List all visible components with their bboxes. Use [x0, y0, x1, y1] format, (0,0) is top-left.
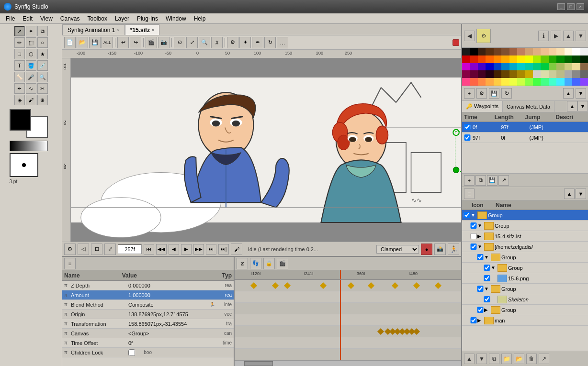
color-cell[interactable]: [501, 63, 509, 71]
pen-tool[interactable]: ✒: [14, 83, 25, 94]
canvas-settings-btn[interactable]: ⚙: [64, 244, 76, 255]
menu-window[interactable]: Window: [162, 14, 190, 23]
layer-expand[interactable]: ▼: [477, 223, 484, 228]
color-cell[interactable]: [580, 48, 588, 55]
menu-view[interactable]: View: [36, 14, 57, 23]
color-cell[interactable]: [580, 78, 588, 86]
redo-btn[interactable]: ↪: [130, 37, 141, 48]
zoom-tool[interactable]: 🔍: [37, 72, 48, 82]
color-cell[interactable]: [509, 55, 517, 63]
layer-expand[interactable]: ▼: [471, 212, 477, 218]
bone-tool[interactable]: 🦴: [14, 72, 25, 82]
keyframe[interactable]: [368, 282, 374, 289]
color-cell[interactable]: [517, 78, 525, 86]
color-cell[interactable]: [572, 78, 580, 86]
color-cell[interactable]: [494, 78, 501, 86]
wp-check-0f[interactable]: [464, 124, 471, 130]
fill-tool[interactable]: 🪣: [26, 60, 36, 71]
color-cell[interactable]: [556, 70, 564, 78]
anim-settings-btn[interactable]: 📸: [434, 244, 446, 255]
tl-btn4[interactable]: 🎬: [277, 258, 288, 269]
color-cell[interactable]: [478, 48, 486, 55]
color-cell[interactable]: [556, 78, 564, 86]
eyedropper-tool[interactable]: 💉: [37, 60, 48, 71]
timeline-scrollbar[interactable]: [235, 360, 461, 366]
layer-check[interactable]: [463, 212, 471, 218]
next-keyframe-btn[interactable]: ⏭: [206, 244, 216, 255]
interpolation-select[interactable]: Clamped TCB Ease In/Out Constant Linear: [376, 245, 419, 254]
go-start-btn[interactable]: ⏮: [144, 244, 154, 255]
more-btn[interactable]: …: [277, 37, 288, 48]
color-cell[interactable]: [572, 70, 580, 78]
palette-tools-btn[interactable]: ⚙: [476, 88, 487, 99]
keyframe[interactable]: [392, 282, 398, 289]
color-cell[interactable]: [486, 55, 493, 63]
palette-scroll-down[interactable]: ▼: [576, 88, 586, 99]
color-cell[interactable]: [533, 63, 541, 71]
color-cell[interactable]: [462, 70, 470, 78]
color-cell[interactable]: [494, 55, 501, 63]
canvas-expand-btn[interactable]: ⤢: [104, 244, 116, 255]
color-cell[interactable]: [549, 48, 556, 55]
color-cell[interactable]: [556, 63, 564, 71]
go-end-btn[interactable]: ⏭|: [218, 244, 229, 255]
color-cell[interactable]: [517, 63, 525, 71]
magnify-tool[interactable]: ⊕: [37, 95, 48, 105]
zoom-in-btn[interactable]: 🔍: [199, 37, 210, 48]
paint-btn[interactable]: 🖌: [231, 244, 242, 255]
zoom-fit-btn[interactable]: ⤢: [186, 37, 198, 48]
wp-scroll-down[interactable]: ▼: [577, 101, 588, 111]
color-cell[interactable]: [549, 78, 556, 86]
color-cell[interactable]: [525, 55, 533, 63]
color-cell[interactable]: [525, 70, 533, 78]
color-cell[interactable]: [556, 55, 564, 63]
layer-row-group-4[interactable]: ▼ Group: [462, 284, 588, 294]
layer-check[interactable]: [483, 265, 491, 271]
layers-scroll-up[interactable]: ▲: [564, 189, 575, 199]
wp-save-btn[interactable]: 💾: [487, 175, 498, 186]
color-cell[interactable]: [565, 63, 572, 71]
menu-plugins[interactable]: Plug-Ins: [133, 14, 162, 23]
close-button[interactable]: ×: [577, 3, 584, 10]
nav-params-btn[interactable]: ⚙: [476, 29, 491, 43]
color-cell[interactable]: [580, 55, 588, 63]
tab-canvas-meta[interactable]: Canvas Meta Data: [503, 101, 554, 112]
nav-scroll-up[interactable]: ▲: [563, 31, 574, 41]
color-cell[interactable]: [470, 70, 477, 78]
loop-btn[interactable]: ↻: [264, 37, 276, 48]
color-cell[interactable]: [478, 70, 486, 78]
tl-btn3[interactable]: 🔒: [263, 258, 275, 269]
color-cell[interactable]: [501, 70, 509, 78]
layer-row-png[interactable]: 15-6.png: [462, 273, 588, 284]
keyframe[interactable]: [284, 282, 291, 289]
layer-expand-btn[interactable]: ↗: [539, 354, 549, 364]
select-tool[interactable]: ⬚: [26, 37, 36, 48]
color-cell[interactable]: [501, 48, 509, 55]
layer-check[interactable]: [470, 233, 477, 239]
copy-tool[interactable]: ⧉: [37, 26, 48, 36]
wp-export-btn[interactable]: ↗: [498, 175, 509, 186]
new-file-btn[interactable]: 📄: [64, 37, 76, 48]
layer-row-man[interactable]: ▶ man: [462, 315, 588, 326]
menu-file[interactable]: File: [2, 14, 19, 23]
maximize-button[interactable]: □: [567, 3, 575, 10]
color-cell[interactable]: [525, 48, 533, 55]
color-cell[interactable]: [541, 78, 548, 86]
undo-btn[interactable]: ↩: [117, 37, 129, 48]
canvas-aspect-btn[interactable]: ⊞: [91, 244, 102, 255]
color-cell[interactable]: [509, 63, 517, 71]
layer-row-group-1[interactable]: ▼ Group: [462, 221, 588, 231]
wp-jump[interactable]: (JMP): [530, 135, 558, 141]
color-cell[interactable]: [517, 70, 525, 78]
layer-check[interactable]: [470, 244, 477, 250]
layer-check[interactable]: [483, 296, 491, 302]
layers-menu-btn[interactable]: ≡: [464, 189, 475, 199]
color-cell[interactable]: [486, 48, 493, 55]
color-cell[interactable]: [533, 70, 541, 78]
layer-row-group-3[interactable]: ▼ Group: [462, 263, 588, 273]
palette-scroll-up[interactable]: ▲: [563, 88, 574, 99]
color-cell[interactable]: [549, 63, 556, 71]
param-row-transformation[interactable]: π Transformation 158.865071px,-31.43554 …: [62, 319, 234, 329]
color-cell[interactable]: [494, 70, 501, 78]
gradient-swatch[interactable]: [10, 141, 48, 151]
